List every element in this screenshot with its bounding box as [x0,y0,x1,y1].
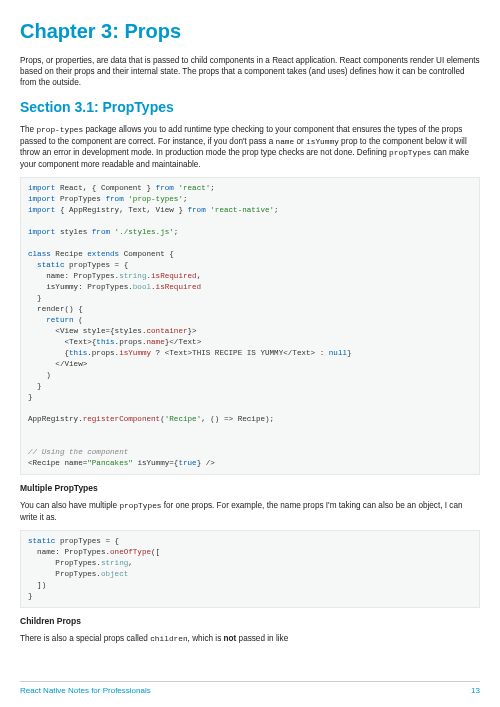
chapter-title: Chapter 3: Props [20,18,480,45]
subheading-multiple: Multiple PropTypes [20,483,480,494]
section-paragraph: The prop-types package allows you to add… [20,124,480,170]
footer-title: React Native Notes for Professionals [20,686,151,697]
children-paragraph: There is also a special props called chi… [20,633,480,645]
subheading-children: Children Props [20,616,480,627]
code-block-main: import React, { Component } from 'react'… [20,177,480,475]
section-title: Section 3.1: PropTypes [20,98,480,117]
page-number: 13 [471,686,480,697]
multiple-paragraph: You can also have multiple propTypes for… [20,500,480,523]
intro-paragraph: Props, or properties, are data that is p… [20,55,480,88]
page-footer: React Native Notes for Professionals 13 [20,681,480,697]
code-block-multiple: static propTypes = { name: PropTypes.one… [20,530,480,608]
